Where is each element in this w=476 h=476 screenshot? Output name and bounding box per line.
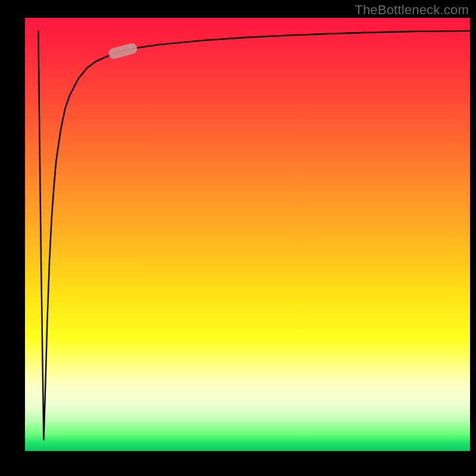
chart-svg	[25, 18, 470, 451]
watermark-text: TheBottleneck.com	[355, 2, 469, 18]
chart-frame: TheBottleneck.com	[0, 0, 476, 476]
highlight-segment	[114, 49, 132, 54]
bottleneck-curve	[38, 31, 470, 440]
plot-area	[25, 18, 470, 451]
